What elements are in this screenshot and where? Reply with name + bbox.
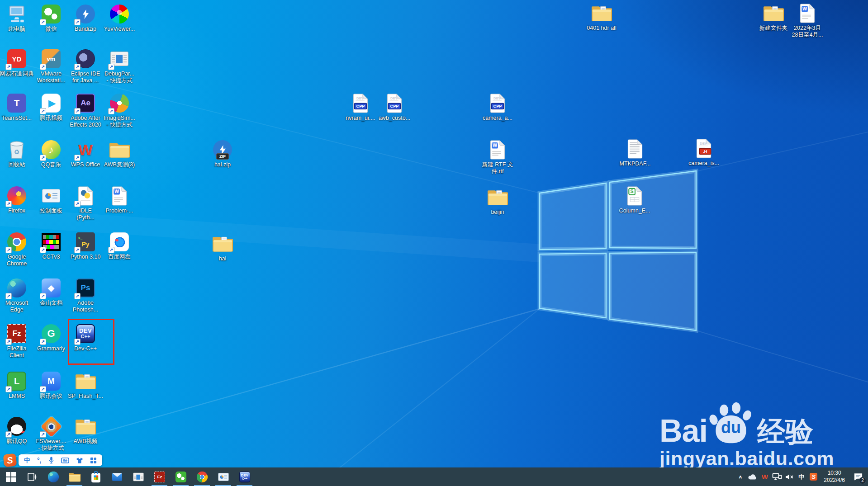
desktop-icon-awb-folder[interactable]: AWB复测(3) xyxy=(99,139,140,168)
desktop-icon-dev-cpp[interactable]: DEVC++↗Dev-C++ xyxy=(65,323,106,352)
baidu-logo: Bai du 经验 xyxy=(659,402,834,446)
cpp-file-icon: DEVCPP xyxy=(350,93,371,113)
svg-text:DEV: DEV xyxy=(390,96,398,100)
desktop-icon-label: MTKPDAF... xyxy=(620,160,651,167)
shortcut-arrow-icon: ↗ xyxy=(40,19,46,25)
svg-text:DEV: DEV xyxy=(700,141,707,145)
jingyan-text: 经验 xyxy=(757,418,813,446)
taskbar-wechat-button[interactable] xyxy=(170,467,191,486)
taskbar-devcpp-button[interactable]: DEVC++ xyxy=(234,467,255,486)
desktop-icon-imagiqsim[interactable]: ↗ImagiqSim...- 快捷方式 xyxy=(99,93,140,128)
desktop-icon-baidu-pan[interactable]: ↗百度网盘 xyxy=(99,231,140,260)
shortcut-arrow-icon: ↗ xyxy=(5,386,12,392)
network-icon[interactable] xyxy=(771,468,783,486)
yuvviewer-icon xyxy=(109,4,130,24)
python-icon: >_Py↗ xyxy=(75,231,96,252)
keyboard-icon[interactable] xyxy=(61,458,69,463)
folder-with-files-icon xyxy=(212,233,233,254)
windows-desktop: 此电脑↗微信↗BandizipYuvViewer...YD↗网易有道词典vm↗V… xyxy=(0,0,868,486)
imagiqsim-icon: ↗ xyxy=(109,93,130,113)
onedrive-icon[interactable] xyxy=(746,468,759,486)
hidden-icons-chevron-icon[interactable]: ∧ xyxy=(734,468,746,486)
control-panel-icon xyxy=(41,185,62,206)
debugparser-icon: ↗ xyxy=(109,48,130,69)
toolbox-icon[interactable] xyxy=(90,457,97,464)
word-document-icon: W xyxy=(487,139,508,160)
desktop-icon-awb-custo[interactable]: DEVCPPawb_custo... xyxy=(374,93,415,122)
sogou-input-bar[interactable]: S 中°, xyxy=(4,454,102,467)
notification-center-button[interactable]: 2 xyxy=(849,468,867,486)
wps-office-icon: W↗ xyxy=(75,139,96,160)
folder-icon xyxy=(109,139,130,160)
shortcut-arrow-icon: ↗ xyxy=(40,431,46,438)
desktop-icon-label: WPS Office xyxy=(71,161,100,168)
desktop-icon-camera-a[interactable]: DEVCPPcamera_a... xyxy=(477,93,518,122)
desktop-icon-mtkpdaf[interactable]: MTKPDAF... xyxy=(614,138,656,167)
taskbar-buttons: FzDEVC++ xyxy=(0,467,255,486)
baidu-paw-icon: du xyxy=(708,402,754,446)
desktop-icon-label: 腾讯视频 xyxy=(40,115,62,122)
desktop-icon-label: FSViewer....- 快捷方式 xyxy=(36,438,66,452)
svg-text:W: W xyxy=(802,6,807,11)
taskbar-control-panel-button[interactable] xyxy=(213,467,234,486)
desktop-icon-problem-doc[interactable]: WProblem-... xyxy=(99,185,140,214)
idle-python-icon: ↗ xyxy=(75,185,96,206)
desktop-icon-new-rtf[interactable]: W新建 RTF 文件.rtf xyxy=(477,139,518,175)
taskbar-mail-button[interactable] xyxy=(106,467,128,486)
svg-text:S: S xyxy=(631,189,634,194)
sogou-tray-icon[interactable]: S xyxy=(807,468,820,486)
task-view-button[interactable] xyxy=(21,467,43,486)
svg-text:DEV: DEV xyxy=(356,96,364,100)
taskbar-clock[interactable]: 10:30 2022/4/6 xyxy=(820,470,849,484)
taskbar: FzDEVC++ ∧W中S 10:30 2022/4/6 2 xyxy=(0,467,868,486)
taskbar-explorer-button[interactable] xyxy=(64,467,85,486)
desktop-icon-label: Firefox xyxy=(8,208,25,214)
shortcut-arrow-icon: ↗ xyxy=(40,293,46,299)
shortcut-arrow-icon: ↗ xyxy=(74,247,81,253)
desktop-icon-photoshop[interactable]: Ps↗AdobePhotosh... xyxy=(65,278,106,313)
cpp-file-icon: DEVCPP xyxy=(487,93,508,113)
taskbar-store-button[interactable] xyxy=(85,467,106,486)
desktop-icon-sp-flash-tool[interactable]: SP_Flash_T... xyxy=(65,371,106,400)
desktop-icon-yuvviewer[interactable]: YuvViewer... xyxy=(99,4,140,33)
vmware-icon: vm↗ xyxy=(41,48,62,69)
ime-chinese-mode[interactable]: 中 xyxy=(24,457,30,463)
svg-text:CPP: CPP xyxy=(356,104,365,109)
taskbar-chrome-button[interactable] xyxy=(191,467,213,486)
desktop-icon-label: 网易有道词典 xyxy=(0,71,34,77)
desktop-icon-label: AWB复测(3) xyxy=(104,161,135,168)
clock-date: 2022/4/6 xyxy=(824,477,845,484)
punctuation-mode[interactable]: °, xyxy=(37,457,42,463)
word-document-icon: W xyxy=(797,3,818,24)
desktop-icon-march-doc[interactable]: W2022年3月28日至4月... xyxy=(787,3,828,38)
qq-icon: ↗ xyxy=(6,416,27,437)
spreadsheet-file-icon: S xyxy=(624,185,645,206)
desktop-icon-beijin[interactable]: beijin xyxy=(477,187,518,216)
after-effects-icon: Ae↗ xyxy=(75,93,96,113)
baidu-jingyan-watermark: Bai du 经验 jingyan.baidu.com xyxy=(659,402,834,470)
desktop-icon-hal-folder[interactable]: hal xyxy=(202,233,243,262)
taskbar-debugparser-button[interactable] xyxy=(128,467,149,486)
desktop-icon-camera-is[interactable]: DEV.Hcamera_is... xyxy=(683,138,725,167)
desktop-icon-awb-video[interactable]: AWB视频 xyxy=(65,416,106,445)
wps-tray-icon[interactable]: W xyxy=(759,468,771,486)
start-button[interactable] xyxy=(0,467,21,486)
taskbar-filezilla-button[interactable]: Fz xyxy=(149,467,170,486)
ime-indicator[interactable]: 中 xyxy=(795,468,807,486)
tray-icons: ∧W中S xyxy=(734,468,820,486)
desktop-icon-hal-zip[interactable]: ZIPhal.zip xyxy=(202,139,243,168)
skin-icon[interactable] xyxy=(76,457,83,464)
desktop-icon-label: AdobePhotosh... xyxy=(73,300,98,313)
volume-muted-icon[interactable] xyxy=(783,468,795,486)
taskbar-edge-button[interactable] xyxy=(43,467,64,486)
microphone-icon[interactable] xyxy=(48,456,54,464)
desktop-icon-label: 新建 RTF 文件.rtf xyxy=(482,161,513,175)
desktop-icon-label: VMwareWorkstati... xyxy=(37,71,65,84)
desktop-icon-label: ImagiqSim...- 快捷方式 xyxy=(104,115,135,128)
desktop-icon-debugpar[interactable]: ↗DebugPar...- 快捷方式 xyxy=(99,48,140,84)
photoshop-icon: Ps↗ xyxy=(75,278,96,298)
desktop-icon-column-e[interactable]: SColumn_E... xyxy=(614,185,655,214)
sogou-logo-icon[interactable]: S xyxy=(3,453,17,467)
shortcut-arrow-icon: ↗ xyxy=(5,339,12,345)
desktop-icon-hdr-folder[interactable]: 0401 hdr all xyxy=(581,3,622,32)
